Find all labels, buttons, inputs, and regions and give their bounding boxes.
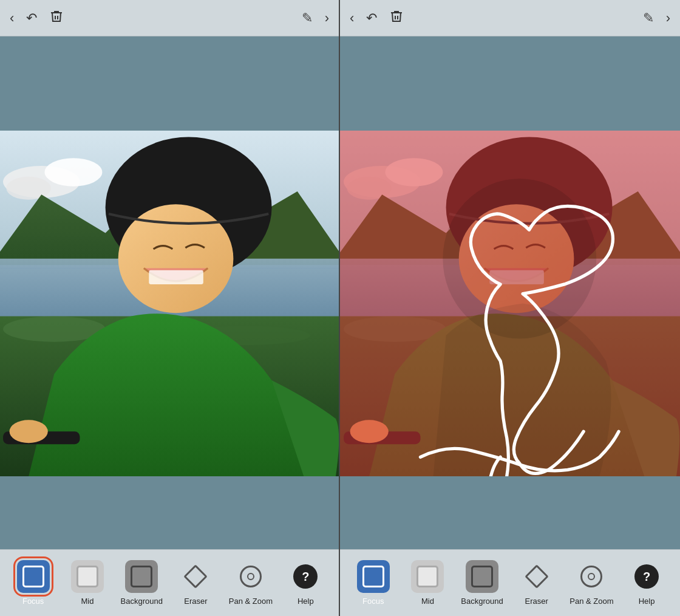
right-background-icon-wrap [466,560,498,593]
right-eraser-shape [525,564,549,589]
right-bottom-area [340,476,680,549]
left-photo-scene [0,131,339,476]
left-toolbar-right: ✎ › [302,10,329,26]
left-panzoom-icon-wrap [234,560,267,593]
left-mid-icon-wrap [71,560,104,593]
svg-point-15 [118,204,234,313]
right-mid-icon-wrap [411,560,444,593]
left-image-container [0,131,339,476]
right-tool-eraser[interactable]: Eraser [515,560,558,606]
left-eraser-label: Eraser [184,597,207,606]
left-scene-svg [0,131,339,476]
left-tool-focus[interactable]: Focus [12,560,55,606]
right-eraser-icon-wrap [520,560,553,593]
right-toolbar: ‹ ↶ ✎ › [340,0,680,36]
right-tool-panzoom[interactable]: Pan & Zoom [570,560,613,606]
right-trash-icon[interactable] [389,9,404,27]
left-panzoom-inner-icon [247,573,254,580]
left-background-label: Background [121,597,163,606]
right-pencil-icon[interactable]: ✎ [643,10,654,26]
left-tool-panzoom[interactable]: Pan & Zoom [229,560,273,606]
left-back-icon[interactable]: ‹ [10,10,14,26]
left-help-icon-wrap: ? [289,560,322,593]
left-pencil-icon[interactable]: ✎ [302,10,313,26]
right-forward-icon[interactable]: › [666,10,670,26]
left-mid-label: Mid [81,597,93,606]
right-focus-icon-wrap [357,560,390,593]
right-panzoom-icon-wrap [575,560,608,593]
left-help-label: Help [298,597,314,606]
right-eraser-diamond-icon [526,566,548,587]
left-undo-icon[interactable]: ↶ [26,10,37,26]
left-panzoom-circle-icon [240,566,262,587]
right-help-icon-wrap: ? [630,560,663,593]
svg-point-3 [6,177,51,200]
right-tool-focus[interactable]: Focus [352,560,395,606]
left-toolbar: ‹ ↶ ✎ › [0,0,339,36]
right-eraser-label: Eraser [525,597,548,606]
right-mid-label: Mid [421,597,434,606]
right-help-label: Help [639,597,655,606]
left-focus-icon-wrap [17,560,50,593]
left-background-square-icon [131,566,152,587]
right-toolbar-left: ‹ ↶ [350,9,404,27]
left-tool-help[interactable]: ? Help [284,560,327,606]
right-undo-icon[interactable]: ↶ [366,10,377,26]
left-tool-mid[interactable]: Mid [66,560,109,606]
left-eraser-diamond-icon [185,566,206,587]
right-back-icon[interactable]: ‹ [350,10,354,26]
right-tool-mid[interactable]: Mid [406,560,449,606]
right-scene-svg [340,131,680,476]
right-background-label: Background [461,597,503,606]
left-toolbar-left: ‹ ↶ [10,9,64,27]
left-bottom-area [0,476,339,549]
left-bottom-toolbar: Focus Mid Background Eraser [0,549,339,616]
right-focus-square-icon [362,566,384,587]
right-background-square-icon [471,566,493,587]
left-eraser-icon-wrap [179,560,212,593]
right-image-header [340,36,680,131]
right-toolbar-right: ✎ › [643,10,670,26]
right-tool-help[interactable]: ? Help [625,560,668,606]
right-panzoom-inner-icon [588,573,595,580]
left-tool-eraser[interactable]: Eraser [174,560,217,606]
right-panzoom-circle-icon [580,566,602,587]
right-focus-label: Focus [362,597,384,606]
left-tool-background[interactable]: Background [120,560,163,606]
left-background-icon-wrap [125,560,158,593]
left-mid-square-icon [76,566,98,587]
svg-point-18 [10,420,48,443]
right-panzoom-label: Pan & Zoom [570,597,613,606]
left-panel: ‹ ↶ ✎ › [0,0,340,616]
left-image-header [0,36,339,131]
svg-rect-16 [149,270,203,284]
right-photo-scene [340,131,680,476]
left-focus-label: Focus [22,597,44,606]
left-panzoom-label: Pan & Zoom [229,597,273,606]
left-focus-square-icon [22,566,44,587]
right-bottom-toolbar: Focus Mid Background Eraser [340,549,680,616]
left-help-question-icon: ? [293,564,318,589]
right-tool-background[interactable]: Background [461,560,503,606]
left-trash-icon[interactable] [49,9,64,27]
right-panel: ‹ ↶ ✎ › [340,0,680,616]
right-mid-square-icon [416,566,438,587]
left-eraser-shape [184,564,208,589]
left-forward-icon[interactable]: › [325,10,329,26]
svg-point-2 [45,158,103,186]
right-help-question-icon: ? [634,564,659,589]
right-image-container [340,131,680,476]
